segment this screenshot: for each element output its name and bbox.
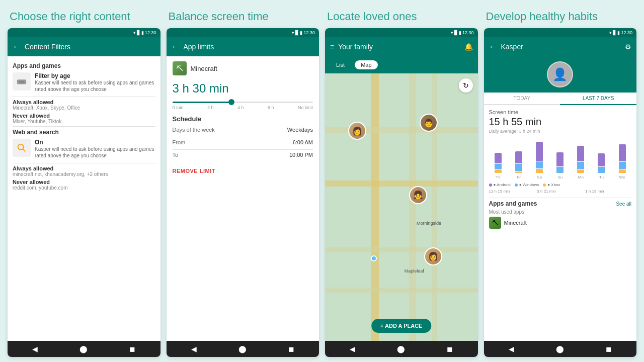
home-nav-2[interactable]: ⬤ [238, 345, 247, 353]
remove-limit-btn[interactable]: REMOVE LIMIT [173, 168, 313, 174]
chart-day-label-2: Sa [530, 175, 549, 179]
bar-windows-2 [536, 161, 543, 168]
back-nav-4[interactable]: ◀ [509, 345, 514, 353]
status-icons-2: ▾ ▊ ▮ 12:30 [292, 30, 315, 35]
from-value: 6:00 AM [293, 139, 313, 145]
days-label: Days of the week [173, 127, 215, 133]
app-bar-1: ← Content Filters [8, 37, 160, 56]
back-button-2[interactable]: ← [172, 42, 180, 51]
square-nav-4[interactable]: ◼ [606, 345, 612, 353]
legend-times: 11 h 15 min 3 h 21 min 1 h 19 min [489, 189, 632, 194]
slider-label-4h: 4 h [237, 105, 244, 110]
tab-last7days[interactable]: LAST 7 DAYS [560, 93, 636, 105]
slider-label-6h: 6 h [268, 105, 274, 110]
road-h-4 [325, 288, 478, 293]
chart-day-label-6: We [613, 175, 631, 179]
avatar-face-4: 👩 [425, 248, 441, 264]
avatar-pin-4[interactable]: 👩 [424, 247, 442, 265]
legend-android: ● Android [489, 183, 511, 187]
refresh-button[interactable]: ↻ [459, 78, 473, 93]
signal-icon-4: ▊ [613, 30, 616, 35]
screen-time-value: 15 h 55 min [489, 116, 632, 128]
minecraft-usage-icon: ⛏ [489, 217, 501, 229]
wifi-icon-2: ▾ [292, 30, 294, 35]
svg-point-1 [19, 81, 21, 83]
location-dot [371, 255, 377, 261]
tab-today[interactable]: TODAY [484, 93, 560, 104]
avatar-pin-1[interactable]: 👩 [348, 122, 366, 140]
tab-map[interactable]: Map [355, 60, 377, 69]
back-button-1[interactable]: ← [13, 42, 21, 51]
legend-android-time: 11 h 15 min [489, 189, 535, 194]
divider-sched-2 [173, 149, 313, 150]
divider-stats [489, 198, 632, 198]
app-row-minecraft: ⛏ Minecraft [173, 61, 313, 75]
filter-item-web: On Kasper will need to ask before using … [13, 139, 155, 159]
section-3-title: Locate loved ones [325, 10, 478, 23]
never-allowed-1-title: Never allowed [13, 113, 155, 119]
chart-day-label-4: Mo [572, 175, 590, 179]
phone-nav-4: ◀ ⬤ ◼ [484, 341, 637, 357]
always-allowed-1-sub: Minecraft, Xbox, Skype, Office [13, 105, 155, 111]
svg-line-6 [23, 149, 26, 152]
chart-day-label-3: Su [551, 175, 570, 179]
see-all-btn[interactable]: See all [616, 201, 631, 207]
schedule-from-row: From 6:00 AM [173, 139, 313, 145]
avatar-pin-3[interactable]: 👧 [409, 186, 427, 204]
chart-day-label-1: Fr [510, 175, 528, 179]
schedule-title: Schedule [173, 115, 313, 123]
battery-icon-2: ▮ [300, 30, 302, 35]
home-nav-4[interactable]: ⬤ [556, 345, 564, 353]
stats-content: Screen time 15 h 55 min Daily average: 3… [484, 109, 637, 234]
slider-track [173, 102, 313, 103]
legend-xbox-time: 1 h 19 min [585, 189, 631, 194]
settings-icon[interactable]: ⚙ [625, 43, 631, 51]
filter-age-text: Filter by age Kasper will need to ask be… [35, 72, 155, 93]
hamburger-icon[interactable]: ≡ [330, 43, 334, 51]
back-nav-1[interactable]: ◀ [32, 345, 38, 353]
never-allowed-2-title: Never allowed [13, 179, 155, 185]
legend-dot-android [489, 184, 492, 187]
square-nav-3[interactable]: ◼ [447, 345, 453, 353]
stats-tabs: TODAY LAST 7 DAYS [484, 93, 637, 105]
map-area: Morningside Mapleleaf 👩 👨 👧 👩 [325, 73, 478, 341]
wifi-icon-3: ▾ [451, 30, 453, 35]
bell-icon[interactable]: 🔔 [464, 43, 473, 51]
avatar-face-3: 👧 [410, 187, 426, 203]
battery-icon-1: ▮ [141, 30, 144, 35]
phone-1: ▾ ▊ ▮ 12:30 ← Content Filters Apps and g… [8, 28, 160, 357]
app-bar-title-3: Your family [338, 43, 460, 51]
time-slider[interactable]: 0 min 2 h 4 h 6 h No limit [173, 102, 313, 110]
back-nav-2[interactable]: ◀ [191, 345, 197, 353]
legend-windows: ● Windows [515, 183, 539, 187]
from-label: From [173, 139, 186, 145]
road-v-1 [371, 73, 379, 341]
app-bar-title-1: Content Filters [25, 43, 155, 51]
bar-windows-6 [619, 162, 626, 169]
square-nav-1[interactable]: ◼ [129, 345, 135, 353]
slider-thumb [228, 99, 234, 105]
back-button-4[interactable]: ← [489, 42, 497, 51]
chart-day-label-0: Th [489, 175, 508, 179]
app-usage-name: Minecraft [504, 220, 527, 226]
divider-sched-1 [173, 137, 313, 137]
schedule-to-row: To 10:00 PM [173, 152, 313, 158]
home-nav-3[interactable]: ⬤ [397, 345, 405, 353]
home-nav-1[interactable]: ⬤ [79, 345, 88, 353]
chart-day-col-5 [592, 138, 611, 173]
screen-time-avg: Daily average: 3 h 24 min [489, 129, 632, 134]
phone-4: ▾ ▊ ▮ 12:30 ← Kasper ⚙ 👤 TODAY LAST 7 DA… [484, 28, 637, 357]
road-v-2 [409, 73, 416, 341]
apps-games-label: Apps and games [13, 62, 155, 69]
square-nav-2[interactable]: ◼ [288, 345, 294, 353]
bar-windows-1 [515, 164, 522, 171]
chart-day-col-0 [489, 138, 508, 173]
back-nav-3[interactable]: ◀ [350, 345, 355, 353]
days-value: Weekdays [287, 127, 313, 133]
never-allowed-1: Never allowed Mixer, Youtube, Tiktok [13, 113, 155, 124]
add-place-label: + ADD A PLACE [380, 323, 422, 329]
screen-time-label: Screen time [489, 109, 632, 115]
tab-list[interactable]: List [330, 60, 351, 69]
add-place-button[interactable]: + ADD A PLACE [371, 319, 431, 333]
slider-labels: 0 min 2 h 4 h 6 h No limit [173, 105, 313, 110]
